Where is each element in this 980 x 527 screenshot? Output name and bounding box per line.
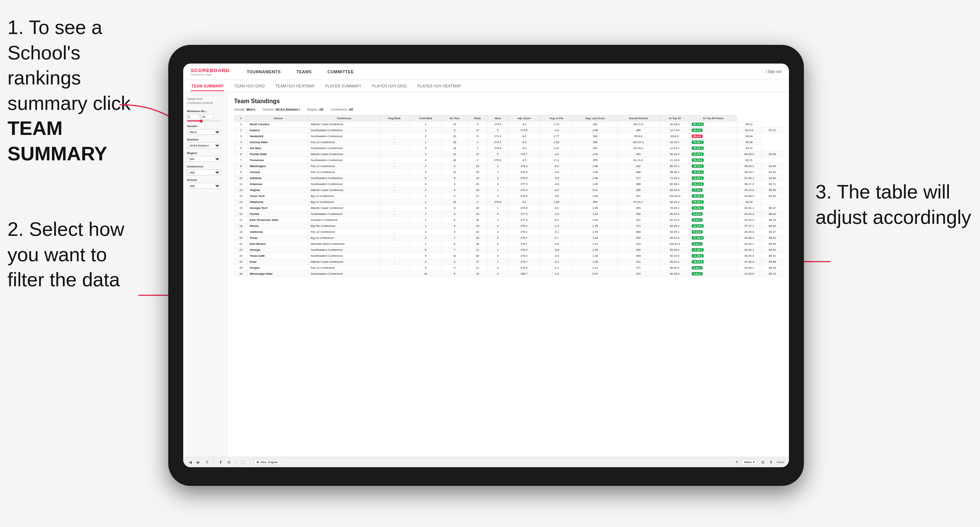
data-cell: 3.01 <box>573 187 617 193</box>
share2-icon[interactable]: ⬆ <box>768 460 773 465</box>
share-icon[interactable]: ⬆ <box>218 460 223 465</box>
grid-icon[interactable]: ⊞ <box>760 460 765 465</box>
data-cell: -4.0 <box>540 127 573 133</box>
nav-tournaments[interactable]: TOURNAMENTS <box>245 68 283 76</box>
chevron-down-icon: ▾ <box>753 460 754 464</box>
data-cell: 3 <box>488 175 508 181</box>
data-cell: -3.5 <box>508 157 540 163</box>
data-cell: - <box>380 223 410 229</box>
data-cell: 8 <box>410 247 442 253</box>
school-select[interactable]: (All) <box>187 183 221 189</box>
nav-bar: SCOREBOARD Powered by clippi TOURNAMENTS… <box>183 63 789 80</box>
division-select[interactable]: NCAA Division I <box>187 143 221 148</box>
data-cell: -1.4 <box>540 223 573 229</box>
sub-nav: TEAM SUMMARY TEAM H2H GRID TEAM H2H HEAT… <box>183 80 789 93</box>
data-cell: 2.20 <box>573 151 617 157</box>
data-cell: 44-24-1 <box>736 205 762 211</box>
data-cell: 86.84 <box>736 133 762 140</box>
data-cell: 279.1 <box>508 223 540 229</box>
tab-player-h2h-grid[interactable]: PLAYER H2H GRID <box>371 82 408 91</box>
gender-select[interactable]: Men's <box>187 129 221 135</box>
nav-committee[interactable]: COMMITTEE <box>325 68 356 76</box>
data-cell: 29-20-1 <box>736 241 762 247</box>
tab-team-h2h-grid[interactable]: TEAM H2H GRID <box>233 82 266 91</box>
data-cell: 80.34 <box>762 223 783 229</box>
score-badge-cell: 9-14-0 <box>690 229 737 235</box>
rank-cell: 15 <box>234 205 248 211</box>
data-cell: - <box>380 187 410 193</box>
watch-button[interactable]: Watch ▾ <box>741 459 757 465</box>
data-cell: 86.34 <box>762 241 783 247</box>
table-row: 19CaliforniaPac-12 Conference-48242278.2… <box>234 229 783 235</box>
view-original-button[interactable]: ⊞ View: Original <box>254 459 280 465</box>
data-cell: 279.2 <box>508 247 540 253</box>
data-cell: 92-40-3 <box>660 253 690 259</box>
filter-chips: Gender: Men's Division: NCAA Division I … <box>234 108 783 111</box>
tab-player-h2h-heatmap[interactable]: PLAYER H2H HEATMAP <box>417 82 462 91</box>
back-icon[interactable]: ◀ <box>188 460 193 465</box>
data-cell: 275.7 <box>508 151 540 157</box>
copy-icon[interactable]: ⧉ <box>226 460 231 465</box>
conference-cell: Atlantic Coast Conference <box>309 121 380 127</box>
region-select[interactable]: N/A <box>187 156 221 162</box>
rank-slider[interactable] <box>187 121 221 121</box>
data-cell: 4 <box>410 229 442 235</box>
data-cell: 274.2 <box>488 140 508 145</box>
data-cell: 24 <box>468 229 488 235</box>
data-cell: - <box>380 140 410 145</box>
instruction-step2-line3: filter the data <box>8 269 120 290</box>
data-cell: 33-38-4 <box>736 235 762 241</box>
data-cell: - <box>380 145 410 151</box>
data-cell: 3 <box>488 181 508 187</box>
data-cell: 271 <box>617 265 660 271</box>
table-row: 23Texas A&MSoutheastern Conference-91030… <box>234 253 783 259</box>
info-icon[interactable]: 🕐 <box>240 460 245 465</box>
data-cell: 262 <box>573 121 617 127</box>
table-row: 20TexasBig 12 Conference-37303278.70.71.… <box>234 235 783 241</box>
data-cell: 5 <box>410 259 442 265</box>
data-cell: 23 <box>468 271 488 277</box>
school-cell: Oklahoma <box>248 199 309 205</box>
min-rank-to-input[interactable] <box>201 114 214 119</box>
data-cell: 66-40-1 <box>660 265 690 271</box>
data-cell: 2.11 <box>540 157 573 163</box>
data-cell: 87.21 <box>762 127 783 133</box>
data-cell: 267 <box>617 193 660 199</box>
data-cell: 9 <box>442 127 468 133</box>
conference-select[interactable]: (All) <box>187 169 221 175</box>
data-cell: 278.2 <box>508 229 540 235</box>
school-cell: Florida State <box>248 151 309 157</box>
data-cell: 4 <box>410 205 442 211</box>
data-cell: - <box>380 247 410 253</box>
data-cell: 278.7 <box>508 241 540 247</box>
data-cell: 3 <box>410 187 442 193</box>
data-cell: 9 <box>442 259 468 265</box>
sign-out-button[interactable]: | Sign out <box>766 70 781 74</box>
data-cell: 95-29-2 <box>660 151 690 157</box>
conference-label: Conference <box>187 165 224 168</box>
school-cell: Ole Miss <box>248 145 309 151</box>
share-label: Share <box>776 460 784 464</box>
data-cell: 260 <box>617 127 660 133</box>
reload-icon[interactable]: ↺ <box>204 460 209 465</box>
table-row: 13Texas TechBig 12 Conference-19272276.0… <box>234 193 783 199</box>
data-cell: 9 <box>442 265 468 271</box>
data-cell: 23 <box>468 223 488 229</box>
nav-teams[interactable]: TEAMS <box>294 68 314 76</box>
data-cell: 217 <box>617 175 660 181</box>
table-row: 8WashingtonPac-12 Conference-28231276.3-… <box>234 163 783 169</box>
school-cell: Texas <box>248 235 309 241</box>
tab-team-summary[interactable]: TEAM SUMMARY <box>191 82 224 91</box>
data-cell: - <box>380 193 410 199</box>
col-avg-par: Avg. to Par <box>540 116 573 121</box>
forward-icon[interactable]: ▶ <box>196 460 201 465</box>
tab-player-summary[interactable]: PLAYER SUMMARY <box>325 82 362 91</box>
min-rank-from-input[interactable] <box>187 114 200 119</box>
data-cell: 18 <box>442 145 468 151</box>
separator-2 <box>235 460 236 465</box>
tab-team-h2h-heatmap[interactable]: TEAM H2H HEATMAP <box>274 82 316 91</box>
col-vs-top50: Vs Top 50 Points <box>690 116 737 121</box>
conference-cell: Southeastern Conference <box>309 271 380 277</box>
table-row: 25OregonPac-12 Conference-59210279.5-1.1… <box>234 265 783 271</box>
data-cell: 63-15-1 <box>617 145 660 151</box>
